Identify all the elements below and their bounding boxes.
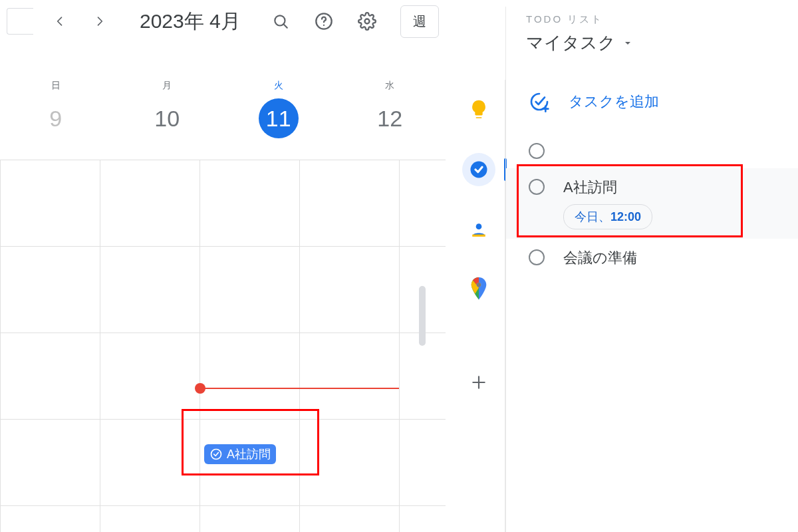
task-title: A社訪問	[563, 178, 652, 198]
day-number: 10	[147, 98, 187, 138]
dow-label: 火	[223, 80, 334, 92]
maps-icon[interactable]	[462, 273, 495, 306]
view-selector[interactable]: 週	[400, 5, 439, 38]
prev-button[interactable]	[47, 8, 73, 35]
day-header-mon[interactable]: 月 10	[112, 80, 223, 160]
contacts-icon[interactable]	[462, 213, 495, 246]
task-item-prepare[interactable]: 会議の準備	[526, 239, 791, 277]
svg-point-4	[211, 450, 221, 460]
day-header-wed[interactable]: 水 12	[334, 80, 446, 160]
add-task-icon	[529, 91, 550, 112]
event-task-visit[interactable]: A社訪問	[204, 444, 276, 464]
svg-point-6	[475, 223, 481, 229]
keep-icon[interactable]	[462, 93, 495, 126]
svg-point-3	[364, 19, 369, 24]
tasks-list-name: マイタスク	[526, 31, 616, 55]
day-number: 12	[370, 98, 410, 138]
svg-point-9	[476, 283, 481, 287]
day-header-tue-today[interactable]: 火 11	[223, 80, 334, 160]
add-task-label: タスクを追加	[569, 92, 659, 112]
tasks-panel: TODO リスト マイタスク タスクを追加 A社訪問 今日、12:00	[505, 7, 798, 532]
svg-rect-7	[472, 235, 485, 237]
now-indicator-dot	[195, 383, 205, 394]
day-number: 11	[259, 98, 299, 138]
tasks-panel-title: TODO リスト	[526, 13, 791, 26]
svg-point-2	[323, 25, 325, 26]
add-addon-icon[interactable]	[462, 366, 495, 399]
dow-label: 日	[0, 80, 112, 92]
menu-button-truncated[interactable]	[7, 8, 33, 35]
event-title: A社訪問	[227, 446, 271, 462]
date-title: 2023年 4月	[140, 8, 241, 35]
task-checkbox[interactable]	[529, 249, 545, 265]
next-button[interactable]	[86, 8, 113, 35]
side-panel-rail	[452, 80, 505, 532]
task-item-visit[interactable]: A社訪問 今日、12:00	[506, 168, 798, 239]
time-grid[interactable]: A社訪問	[0, 160, 446, 532]
header-actions	[267, 8, 380, 35]
settings-icon[interactable]	[354, 8, 380, 35]
task-item-empty[interactable]	[526, 132, 791, 168]
view-selector-label: 週	[413, 14, 426, 29]
task-checkbox[interactable]	[529, 143, 545, 159]
calendar-area: 日 9 月 10 火 11 水 12 A社訪問	[0, 80, 446, 532]
caret-down-icon	[622, 38, 633, 49]
dow-label: 月	[112, 80, 223, 92]
date-nav	[47, 8, 113, 35]
day-header-sun[interactable]: 日 9	[0, 80, 112, 160]
day-headers: 日 9 月 10 火 11 水 12	[0, 80, 446, 160]
day-number: 9	[36, 98, 76, 138]
task-list: A社訪問 今日、12:00 会議の準備	[526, 132, 791, 277]
tasks-icon[interactable]	[462, 153, 495, 186]
tasks-list-selector[interactable]: マイタスク	[526, 31, 791, 55]
now-indicator-line	[200, 388, 399, 389]
task-checkbox[interactable]	[529, 179, 545, 195]
add-task-button[interactable]: タスクを追加	[529, 91, 791, 112]
task-check-icon	[209, 448, 223, 461]
task-title: 会議の準備	[563, 248, 637, 268]
scrollbar[interactable]	[419, 286, 426, 346]
dow-label: 水	[334, 80, 446, 92]
task-date-pill[interactable]: 今日、12:00	[563, 204, 652, 229]
search-icon[interactable]	[267, 8, 294, 35]
help-icon[interactable]	[311, 8, 337, 35]
